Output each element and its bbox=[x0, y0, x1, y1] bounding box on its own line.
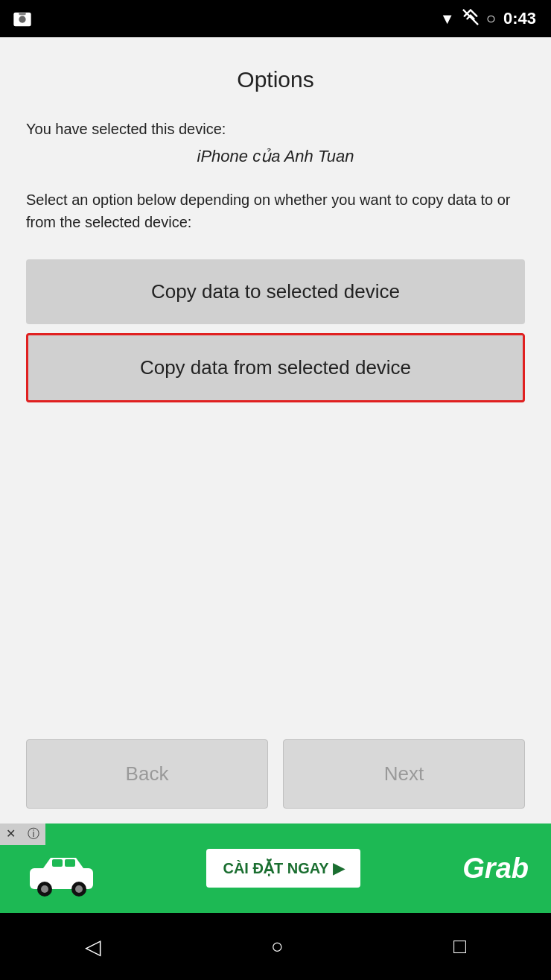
svg-rect-5 bbox=[65, 859, 75, 867]
wifi-icon: ▼ bbox=[440, 10, 455, 28]
next-button[interactable]: Next bbox=[283, 739, 525, 809]
copy-from-button[interactable]: Copy data from selected device bbox=[26, 333, 525, 402]
description-label: You have selected this device: bbox=[26, 118, 525, 139]
back-button[interactable]: Back bbox=[26, 739, 268, 809]
grab-logo: Grab bbox=[462, 853, 529, 885]
status-bar: ▼ ○ 0:43 bbox=[0, 0, 551, 37]
svg-point-1 bbox=[19, 16, 25, 22]
ad-controls: ✕ ⓘ bbox=[0, 823, 45, 845]
copy-to-button[interactable]: Copy data to selected device bbox=[26, 259, 525, 324]
recents-nav-button[interactable]: □ bbox=[453, 935, 466, 958]
svg-rect-4 bbox=[52, 859, 63, 867]
status-bar-left bbox=[12, 9, 33, 33]
photo-icon bbox=[12, 9, 33, 30]
instruction-text: Select an option below depending on whet… bbox=[26, 189, 525, 233]
status-time: 0:43 bbox=[503, 9, 536, 28]
svg-point-7 bbox=[41, 885, 48, 893]
ad-cta-button[interactable]: CÀI ĐẶT NGAY ▶ bbox=[206, 849, 360, 888]
ad-car-icon bbox=[22, 852, 104, 900]
main-content: Options You have selected this device: i… bbox=[0, 37, 551, 756]
status-icons: ▼ ○ 0:43 bbox=[440, 9, 536, 29]
page-title: Options bbox=[26, 67, 525, 92]
battery-icon: ○ bbox=[486, 9, 496, 28]
svg-rect-2 bbox=[19, 13, 25, 16]
back-nav-button[interactable]: ◁ bbox=[85, 935, 101, 959]
device-name: iPhone của Anh Tuan bbox=[26, 147, 525, 166]
signal-icon bbox=[462, 9, 479, 29]
ad-close-button[interactable]: ✕ bbox=[0, 823, 22, 845]
bottom-nav: Back Next bbox=[0, 724, 551, 823]
home-nav-button[interactable]: ○ bbox=[271, 935, 284, 958]
ad-banner: ✕ ⓘ CÀI ĐẶT NGAY ▶ Grab bbox=[0, 823, 551, 913]
system-bar: ◁ ○ □ bbox=[0, 913, 551, 980]
svg-point-9 bbox=[75, 885, 83, 893]
ad-info-button[interactable]: ⓘ bbox=[22, 823, 45, 845]
